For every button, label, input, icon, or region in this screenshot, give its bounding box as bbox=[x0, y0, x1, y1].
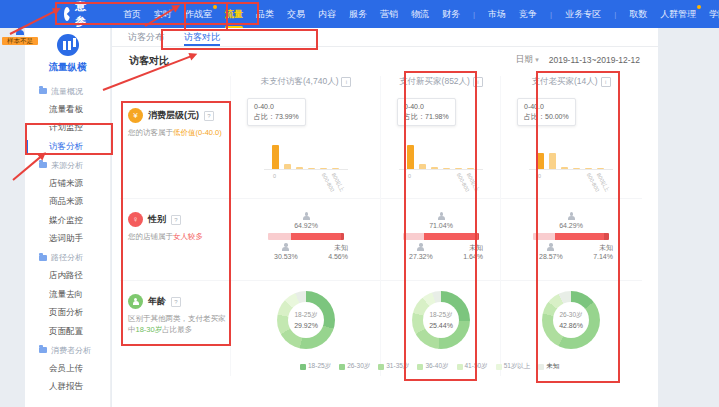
corner-tag: 样本不足 bbox=[2, 26, 38, 45]
sidebar-item-label: 路径分析 bbox=[51, 252, 83, 263]
date-dropdown[interactable]: 日期 ▾ bbox=[516, 54, 539, 66]
sidebar-item-路径分析[interactable]: 路径分析 bbox=[25, 249, 110, 268]
help-icon[interactable]: ? bbox=[171, 297, 181, 307]
sidebar-item-媒介监控[interactable]: 媒介监控 bbox=[25, 212, 110, 231]
legend-swatch bbox=[496, 364, 502, 370]
corner-tag-label: 样本不足 bbox=[2, 37, 38, 45]
row-label-gender: ♀ 性别 ? 您的店铺属于女人较多 bbox=[128, 212, 230, 242]
nav-item-业务专区[interactable]: 业务专区 bbox=[565, 8, 601, 21]
nav-item-内容[interactable]: 内容 bbox=[318, 8, 336, 21]
nav-item-首页[interactable]: 首页 bbox=[123, 8, 141, 21]
gender-main-value: 71.04% bbox=[381, 222, 501, 229]
top-navbar: 生意参谋 首页实时作战室流量品类交易内容服务营销物流财务|市场竞争|业务专区|取… bbox=[0, 0, 719, 28]
nav-item-作战室[interactable]: 作战室 bbox=[185, 8, 212, 21]
tab-访客分布[interactable]: 访客分布 bbox=[128, 28, 164, 46]
sidebar-item-label: 流量看板 bbox=[49, 104, 83, 116]
filter-icon[interactable]: i bbox=[473, 77, 483, 87]
nav-item-取数[interactable]: 取数 bbox=[629, 8, 647, 21]
gender-highlight: 女人较多 bbox=[173, 232, 203, 241]
sidebar-item-店铺来源[interactable]: 店铺来源 bbox=[25, 175, 110, 194]
bar-tooltip: 0-40.0占比：73.99% bbox=[247, 98, 306, 126]
filter-icon[interactable]: i bbox=[341, 77, 351, 87]
nav-item-流量[interactable]: 流量 bbox=[225, 8, 243, 21]
nav-item-财务[interactable]: 财务 bbox=[442, 8, 460, 21]
sidebar-item-计划监控[interactable]: 计划监控 bbox=[25, 119, 110, 138]
badge-dot bbox=[213, 5, 217, 9]
help-icon[interactable]: ? bbox=[171, 215, 181, 225]
consumption-subtitle: 您的访客属于 bbox=[128, 128, 173, 137]
nav-item-服务[interactable]: 服务 bbox=[349, 8, 367, 21]
sidebar-item-label: 访客分析 bbox=[49, 141, 83, 153]
date-range-value: 2019-11-13~2019-12-12 bbox=[549, 55, 640, 65]
sidebar-item-label: 媒介监控 bbox=[49, 215, 83, 227]
sidebar-item-会员上传[interactable]: 会员上传 bbox=[25, 360, 110, 379]
help-icon[interactable]: ? bbox=[204, 111, 214, 121]
x-axis-label: 0 bbox=[408, 173, 411, 179]
nav-item-营销[interactable]: 营销 bbox=[380, 8, 398, 21]
bar bbox=[407, 145, 414, 169]
legend-item-18-25岁[interactable]: 18-25岁 bbox=[300, 362, 331, 371]
sidebar-item-商品来源[interactable]: 商品来源 bbox=[25, 193, 110, 212]
donut-center: 18-25岁29.92% bbox=[288, 302, 324, 338]
sidebar-item-流量看板[interactable]: 流量看板 bbox=[25, 101, 110, 120]
gender-icon: ♀ bbox=[128, 212, 143, 227]
legend-item-51岁以上[interactable]: 51岁以上 bbox=[496, 362, 531, 371]
gender-main-label: 64.29% bbox=[501, 212, 641, 229]
legend-item-31-35岁[interactable]: 31-35岁 bbox=[378, 362, 409, 371]
tooltip-range: 0-40.0 bbox=[524, 102, 569, 112]
donut-center: 18-25岁25.44% bbox=[423, 302, 459, 338]
nav-item-人群管理[interactable]: 人群管理 bbox=[660, 8, 696, 21]
sidebar-item-流量概况[interactable]: 流量概况 bbox=[25, 82, 110, 101]
nav-item-实时[interactable]: 实时 bbox=[154, 8, 172, 21]
sidebar-item-来源分析[interactable]: 来源分析 bbox=[25, 156, 110, 175]
tab-访客对比[interactable]: 访客对比 bbox=[184, 28, 220, 46]
nav-item-学院[interactable]: 学院 bbox=[709, 8, 719, 21]
sidebar-item-流量去向[interactable]: 流量去向 bbox=[25, 286, 110, 305]
folder-icon bbox=[39, 162, 47, 168]
age-title: 年龄 bbox=[148, 295, 166, 308]
folder-icon bbox=[39, 255, 47, 261]
sidebar-item-label: 计划监控 bbox=[49, 122, 83, 134]
tooltip-range: 0-40.0 bbox=[404, 102, 449, 112]
sidebar-item-消费者分析[interactable]: 消费者分析 bbox=[25, 341, 110, 360]
donut-center-value: 29.92% bbox=[294, 322, 318, 329]
nav-item-物流[interactable]: 物流 bbox=[411, 8, 429, 21]
filter-icon[interactable]: i bbox=[601, 77, 611, 87]
bar bbox=[284, 164, 291, 169]
nav-item-品类[interactable]: 品类 bbox=[256, 8, 274, 21]
sidebar-item-选词助手[interactable]: 选词助手 bbox=[25, 230, 110, 249]
sidebar-title: 流量纵横 bbox=[25, 61, 110, 74]
bar bbox=[419, 164, 426, 169]
legend-swatch bbox=[538, 364, 544, 370]
donut-center-label: 18-25岁 bbox=[429, 311, 452, 320]
sidebar-item-页面配置[interactable]: 页面配置 bbox=[25, 323, 110, 342]
legend-item-36-40岁[interactable]: 36-40岁 bbox=[417, 362, 448, 371]
donut-center-value: 25.44% bbox=[429, 322, 453, 329]
column-header-label: 支付新买家(852人) bbox=[399, 76, 470, 88]
sidebar-item-人群报告[interactable]: 人群报告 bbox=[25, 378, 110, 397]
person-icon bbox=[437, 212, 446, 221]
sidebar-item-label: 页面配置 bbox=[49, 326, 83, 338]
bar bbox=[296, 167, 303, 169]
donut-center-value: 42.86% bbox=[559, 322, 583, 329]
gender-segment bbox=[403, 233, 424, 240]
age-legend: 18-25岁26-30岁31-35岁36-40岁41-50岁51岁以上未知 bbox=[300, 362, 559, 371]
nav-item-竞争[interactable]: 竞争 bbox=[519, 8, 537, 21]
legend-item-未知[interactable]: 未知 bbox=[538, 362, 559, 371]
bar-x-labels: 0600-800800以上 bbox=[399, 172, 483, 186]
chevron-down-icon: ▾ bbox=[535, 56, 539, 63]
gender-main-label: 71.04% bbox=[381, 212, 501, 229]
sidebar-item-页面分析[interactable]: 页面分析 bbox=[25, 304, 110, 323]
sidebar-item-访客分析[interactable]: 访客分析 bbox=[25, 138, 110, 157]
legend-item-41-50岁[interactable]: 41-50岁 bbox=[457, 362, 488, 371]
person-icon bbox=[281, 243, 290, 252]
legend-item-26-30岁[interactable]: 26-30岁 bbox=[339, 362, 370, 371]
tooltip-share: 占比：71.98% bbox=[404, 112, 449, 122]
bar bbox=[308, 168, 315, 170]
nav-item-市场[interactable]: 市场 bbox=[488, 8, 506, 21]
yuan-icon: ¥ bbox=[128, 108, 143, 123]
date-filter: 日期 ▾ 2019-11-13~2019-12-12 bbox=[516, 54, 640, 66]
gender-left-value: 30.53% bbox=[274, 253, 298, 260]
sidebar-item-店内路径[interactable]: 店内路径 bbox=[25, 267, 110, 286]
nav-item-交易[interactable]: 交易 bbox=[287, 8, 305, 21]
